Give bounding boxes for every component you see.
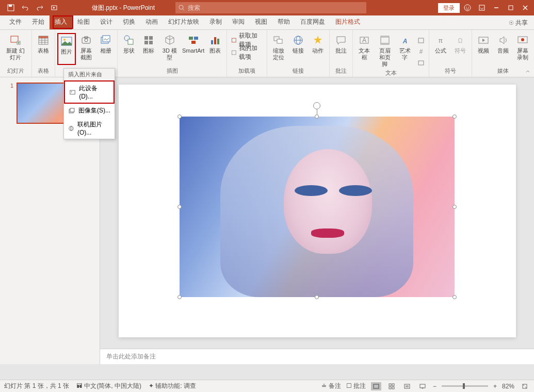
zoom-in[interactable]: + <box>493 383 497 390</box>
object-button[interactable] <box>415 58 427 68</box>
resize-handle-ml[interactable] <box>177 205 182 209</box>
login-button[interactable]: 登录 <box>438 3 460 13</box>
svg-point-25 <box>63 39 66 41</box>
notes-pane[interactable]: 单击此处添加备注 <box>100 349 534 364</box>
svg-rect-38 <box>194 37 198 40</box>
share-button[interactable]: ☉ 共享 <box>503 17 534 29</box>
svg-rect-73 <box>389 387 391 389</box>
tab-design[interactable]: 设计 <box>95 14 118 29</box>
tab-home[interactable]: 开始 <box>27 14 50 29</box>
svg-point-6 <box>466 7 467 8</box>
screenshot-button[interactable]: 屏幕截图 <box>77 33 95 65</box>
date-button[interactable] <box>415 35 427 45</box>
audio-button[interactable]: 音频 <box>494 33 512 65</box>
svg-line-4 <box>183 9 184 10</box>
smartart-button[interactable]: SmartArt <box>182 33 205 65</box>
resize-handle-tm[interactable] <box>315 115 319 119</box>
my-addins-button[interactable]: 我的加载项 <box>229 47 265 58</box>
resize-handle-br[interactable] <box>452 295 457 299</box>
tab-file[interactable]: 文件 <box>4 14 27 29</box>
minimize-icon[interactable] <box>490 1 503 14</box>
reading-view-icon[interactable] <box>402 382 412 390</box>
group-illustrations: 形状 图标 3D 模型 SmartArt 图表 插图 <box>118 30 227 77</box>
zoom-out[interactable]: − <box>433 383 436 390</box>
tab-picture-format[interactable]: 图片格式 <box>330 14 365 29</box>
svg-rect-42 <box>217 39 219 44</box>
chart-button[interactable]: 图表 <box>206 33 224 65</box>
resize-handle-tr[interactable] <box>452 115 457 119</box>
tab-record[interactable]: 录制 <box>204 14 227 29</box>
svg-point-27 <box>85 39 88 42</box>
picture-button[interactable]: 图片 <box>57 33 76 65</box>
headerfooter-button[interactable]: 页眉和页脚 <box>375 33 395 65</box>
selected-image[interactable] <box>180 117 455 297</box>
zoom-button[interactable]: 缩放定位 <box>269 33 288 65</box>
slidenum-button[interactable]: # <box>415 46 427 57</box>
zoom-slider[interactable] <box>442 385 488 387</box>
search-box[interactable]: 搜索 <box>175 2 366 13</box>
collapse-ribbon-icon[interactable] <box>525 69 531 75</box>
comment-button[interactable]: 批注 <box>332 33 350 65</box>
svg-point-68 <box>69 126 74 130</box>
resize-handle-tl[interactable] <box>177 115 182 119</box>
group-slides: 新建 幻灯片 幻灯片 <box>0 30 32 77</box>
tab-transitions[interactable]: 切换 <box>118 14 140 29</box>
dropdown-online-pictures[interactable]: 联机图片(O)... <box>64 118 115 139</box>
redo-icon[interactable] <box>33 1 46 14</box>
svg-rect-37 <box>189 37 193 40</box>
slide-counter[interactable]: 幻灯片 第 1 张，共 1 张 <box>4 382 69 390</box>
action-button[interactable]: 动作 <box>309 33 327 65</box>
notes-toggle[interactable]: ≐ 备注 <box>321 382 341 390</box>
sorter-view-icon[interactable] <box>386 382 397 390</box>
tab-baidu[interactable]: 百度网盘 <box>295 14 330 29</box>
symbol-button[interactable]: Ω符号 <box>451 33 470 65</box>
tab-review[interactable]: 审阅 <box>227 14 250 29</box>
shapes-button[interactable]: 形状 <box>120 33 138 65</box>
maximize-icon[interactable] <box>504 1 517 14</box>
resize-handle-bm[interactable] <box>315 295 319 299</box>
group-text: A文本框 页眉和页脚 A艺术字 # 文本 <box>353 30 429 77</box>
svg-rect-10 <box>509 6 513 10</box>
new-slide-button[interactable]: 新建 幻灯片 <box>2 33 29 65</box>
comments-toggle[interactable]: ☐ 批注 <box>346 382 366 390</box>
equation-button[interactable]: π公式 <box>431 33 450 65</box>
tab-draw[interactable]: 绘图 <box>72 14 95 29</box>
fit-to-window-icon[interactable] <box>520 382 530 390</box>
video-button[interactable]: 视频 <box>474 33 493 65</box>
wordart-button[interactable]: A艺术字 <box>396 33 414 65</box>
table-button[interactable]: 表格 <box>34 33 53 65</box>
start-icon[interactable] <box>47 1 61 14</box>
tab-help[interactable]: 帮助 <box>272 14 295 29</box>
tab-insert[interactable]: 插入 <box>50 14 72 29</box>
screenrec-button[interactable]: 屏幕录制 <box>513 33 532 65</box>
tab-animations[interactable]: 动画 <box>140 14 163 29</box>
titlebar-right: 登录 <box>438 1 534 14</box>
normal-view-icon[interactable] <box>371 382 381 390</box>
canvas-viewport[interactable] <box>100 77 534 349</box>
tab-view[interactable]: 视图 <box>250 14 272 29</box>
icons-button[interactable]: 图标 <box>139 33 158 65</box>
dropdown-stock-images[interactable]: 图像集(S)... <box>64 104 115 118</box>
link-button[interactable]: 链接 <box>289 33 308 65</box>
3d-models-button[interactable]: 3D 模型 <box>159 33 181 65</box>
language-indicator[interactable]: 🖬 中文(简体, 中国大陆) <box>76 382 141 390</box>
tab-slideshow[interactable]: 幻灯片放映 <box>163 14 204 29</box>
undo-icon[interactable] <box>19 1 32 14</box>
album-button[interactable]: 相册 <box>96 33 115 65</box>
save-icon[interactable] <box>4 1 18 14</box>
dropdown-this-device[interactable]: 此设备(D)... <box>64 80 115 104</box>
svg-rect-72 <box>392 384 394 386</box>
resize-handle-mr[interactable] <box>452 205 457 209</box>
zoom-level[interactable]: 82% <box>502 383 514 390</box>
close-icon[interactable] <box>519 1 532 14</box>
face-icon[interactable] <box>461 1 474 14</box>
accessibility-status[interactable]: ✦ 辅助功能: 调查 <box>149 382 196 390</box>
rotation-handle[interactable] <box>313 102 320 109</box>
ribbon-options-icon[interactable] <box>475 1 489 14</box>
slideshow-view-icon[interactable] <box>417 382 428 390</box>
textbox-button[interactable]: A文本框 <box>355 33 374 65</box>
resize-handle-bl[interactable] <box>177 295 182 299</box>
slide[interactable] <box>119 85 516 337</box>
thumbnail-number: 1 <box>10 83 13 124</box>
window-title: 做图.pptx - PowerPoint <box>92 4 155 12</box>
